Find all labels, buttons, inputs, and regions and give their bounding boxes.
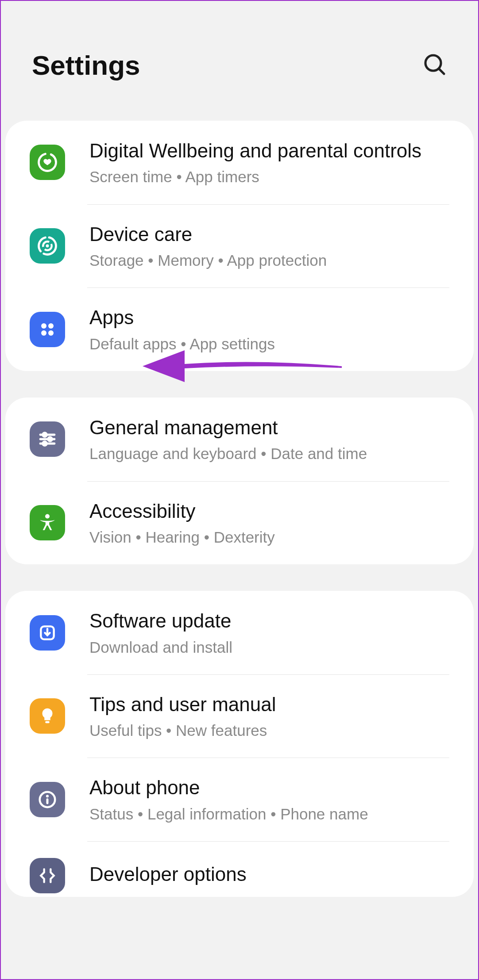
settings-item-devicecare[interactable]: Device care Storage • Memory • App prote… (5, 204, 474, 288)
svg-point-21 (46, 795, 49, 797)
settings-item-software[interactable]: Software update Download and install (5, 591, 474, 674)
search-icon (422, 72, 447, 78)
svg-point-6 (41, 323, 46, 329)
item-title: Developer options (89, 861, 449, 887)
accessibility-icon (30, 505, 65, 540)
item-title: Apps (89, 304, 449, 330)
settings-item-wellbeing[interactable]: Digital Wellbeing and parental controls … (5, 121, 474, 204)
item-title: About phone (89, 774, 449, 800)
item-subtitle: Default apps • App settings (89, 333, 449, 354)
svg-line-1 (439, 69, 444, 74)
svg-point-15 (43, 442, 47, 446)
settings-item-general[interactable]: General management Language and keyboard… (5, 398, 474, 481)
page-title: Settings (32, 50, 140, 81)
svg-point-9 (48, 330, 54, 336)
svg-point-5 (46, 244, 49, 247)
settings-item-apps[interactable]: Apps Default apps • App settings (5, 287, 474, 371)
item-subtitle: Useful tips • New features (89, 720, 449, 741)
wellbeing-icon (30, 145, 65, 180)
settings-item-accessibility[interactable]: Accessibility Vision • Hearing • Dexteri… (5, 481, 474, 565)
svg-point-14 (48, 437, 52, 441)
item-subtitle: Download and install (89, 637, 449, 658)
general-icon (30, 421, 65, 457)
item-subtitle: Language and keyboard • Date and time (89, 443, 449, 464)
search-button[interactable] (422, 52, 447, 78)
svg-point-7 (48, 323, 54, 329)
svg-point-8 (41, 330, 46, 336)
item-title: Digital Wellbeing and parental controls (89, 138, 449, 164)
settings-item-developer[interactable]: Developer options (5, 841, 474, 897)
settings-section: Digital Wellbeing and parental controls … (5, 121, 474, 371)
item-subtitle: Vision • Hearing • Dexterity (89, 527, 449, 547)
tips-icon (30, 698, 65, 734)
settings-section: Software update Download and install Tip… (5, 591, 474, 897)
svg-rect-19 (45, 721, 50, 724)
item-title: General management (89, 414, 449, 440)
settings-section: General management Language and keyboard… (5, 398, 474, 564)
item-subtitle: Storage • Memory • App protection (89, 250, 449, 271)
settings-header: Settings (1, 1, 478, 121)
item-subtitle: Screen time • App timers (89, 166, 449, 187)
settings-item-about[interactable]: About phone Status • Legal information •… (5, 758, 474, 841)
item-title: Software update (89, 608, 449, 634)
settings-item-tips[interactable]: Tips and user manual Useful tips • New f… (5, 674, 474, 758)
apps-icon (30, 312, 65, 347)
svg-point-13 (43, 433, 47, 437)
item-title: Tips and user manual (89, 691, 449, 717)
item-title: Device care (89, 221, 449, 247)
devicecare-icon (30, 228, 65, 264)
svg-point-16 (45, 514, 50, 518)
item-subtitle: Status • Legal information • Phone name (89, 804, 449, 824)
about-icon (30, 782, 65, 817)
svg-rect-22 (46, 798, 49, 804)
developer-icon (30, 858, 65, 893)
software-update-icon (30, 615, 65, 651)
item-title: Accessibility (89, 498, 449, 524)
